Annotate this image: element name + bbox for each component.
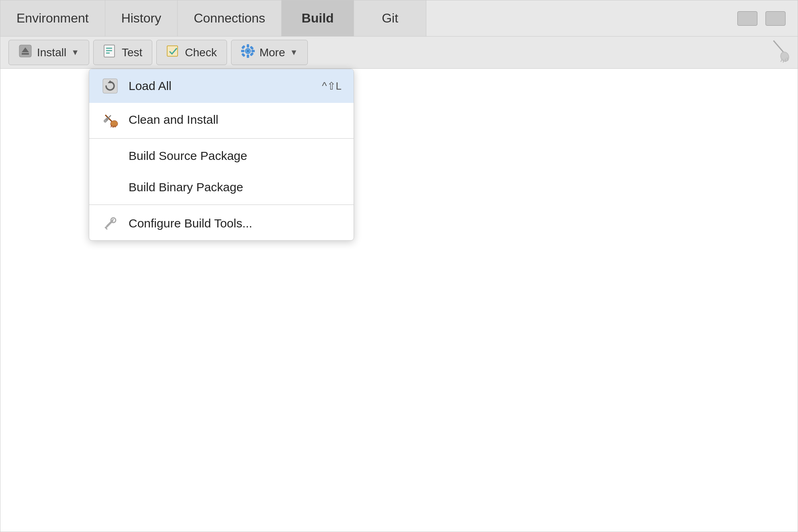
tab-git[interactable]: Git — [354, 0, 426, 36]
reload-icon — [101, 78, 119, 94]
separator-2 — [89, 205, 354, 205]
separator-1 — [89, 138, 354, 139]
check-icon — [166, 44, 180, 61]
more-button[interactable]: More ▼ — [231, 40, 308, 65]
menu-item-build-source[interactable]: Build Source Package — [89, 140, 354, 172]
wrench-icon — [101, 215, 119, 231]
build-binary-label: Build Binary Package — [129, 180, 342, 194]
svg-rect-14 — [250, 47, 253, 49]
tab-history[interactable]: History — [105, 0, 178, 36]
load-all-shortcut: ^⇧L — [322, 80, 342, 92]
tab-build[interactable]: Build — [282, 0, 354, 36]
maximize-button[interactable] — [765, 11, 786, 26]
clean-install-label: Clean and Install — [129, 113, 342, 127]
svg-rect-12 — [252, 51, 254, 52]
install-label: Install — [37, 46, 66, 59]
svg-rect-2 — [22, 53, 29, 55]
clean-install-icon — [101, 112, 119, 128]
test-label: Test — [122, 46, 142, 59]
svg-rect-15 — [242, 53, 244, 56]
app-window: Environment History Connections Build Gi… — [0, 0, 798, 532]
menu-item-load-all[interactable]: Load All ^⇧L — [89, 69, 354, 103]
test-button[interactable]: Test — [93, 40, 152, 65]
install-dropdown-arrow: ▼ — [71, 48, 79, 57]
check-button[interactable]: Check — [156, 40, 227, 65]
menu-item-build-binary[interactable]: Build Binary Package — [89, 172, 354, 203]
menu-item-configure-build[interactable]: Configure Build Tools... — [89, 207, 354, 240]
check-label: Check — [185, 46, 217, 59]
svg-line-30 — [113, 126, 113, 128]
svg-rect-9 — [247, 45, 248, 47]
tab-environment[interactable]: Environment — [0, 0, 105, 36]
svg-rect-7 — [167, 46, 178, 56]
window-controls — [725, 0, 798, 36]
toolbar: Install ▼ Test Check — [0, 37, 798, 69]
menu-item-clean-install[interactable]: Clean and Install — [89, 103, 354, 137]
svg-rect-11 — [241, 51, 244, 52]
tab-bar: Environment History Connections Build Gi… — [0, 0, 798, 37]
install-button[interactable]: Install ▼ — [8, 40, 89, 65]
more-label: More — [260, 46, 285, 59]
configure-build-label: Configure Build Tools... — [129, 217, 342, 230]
broom-icon[interactable] — [769, 39, 790, 66]
main-content: Load All ^⇧L — [0, 69, 798, 532]
build-source-label: Build Source Package — [129, 149, 342, 163]
tab-connections[interactable]: Connections — [178, 0, 282, 36]
load-all-label: Load All — [129, 79, 312, 93]
minimize-button[interactable] — [737, 11, 757, 26]
svg-rect-13 — [242, 46, 244, 48]
test-icon — [103, 44, 117, 61]
svg-line-31 — [115, 125, 115, 127]
gear-icon — [241, 44, 255, 61]
more-dropdown-arrow: ▼ — [290, 48, 298, 57]
svg-rect-16 — [250, 53, 253, 55]
install-icon — [18, 44, 32, 61]
more-dropdown-menu: Load All ^⇧L — [89, 69, 354, 241]
svg-rect-10 — [247, 55, 248, 57]
svg-point-18 — [247, 50, 249, 52]
